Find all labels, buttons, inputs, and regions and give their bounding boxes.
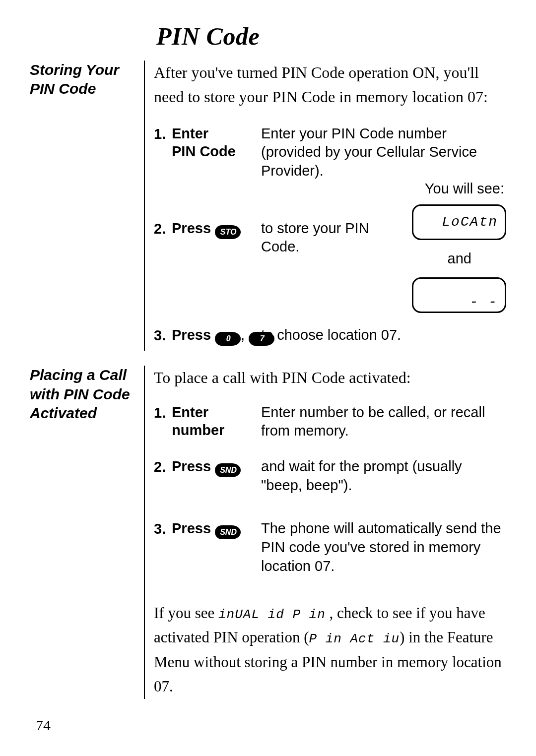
step-action: Enter PIN Code (172, 125, 261, 161)
youwillsee-label: You will see: (397, 179, 506, 198)
lcd-text-invalid: inUAL id P in (218, 607, 326, 622)
section1-body: After you've turned PIN Code operation O… (144, 61, 506, 351)
action-bold: Press (172, 327, 211, 343)
comma: , (241, 327, 245, 343)
step-number: 1. (154, 125, 172, 144)
step-action: Press SND (172, 457, 261, 477)
sto-key-icon: STO (215, 225, 241, 239)
side-heading-col: Placing a Call with PIN Code Activated (30, 366, 144, 423)
section-placing-call: Placing a Call with PIN Code Activated T… (30, 366, 506, 699)
page-title: PIN Code (156, 20, 506, 54)
page-number: 74 (36, 715, 51, 736)
section2-body: To place a call with PIN Code activated:… (144, 366, 506, 699)
step-row: 2. Press SND and wait for the prompt (us… (154, 457, 506, 495)
action-bold: PIN Code (172, 143, 236, 159)
step-action: Press STO (172, 219, 261, 239)
step-row: 1. Enter PIN Code Enter your PIN Code nu… (154, 125, 506, 181)
step-row: 3. Press SND The phone will automaticall… (154, 519, 506, 575)
action-bold: Press (172, 520, 211, 536)
action-bold: Enter (172, 404, 208, 420)
section-storing-pin: Storing Your PIN Code After you've turne… (30, 61, 506, 351)
snd-key-icon: SND (215, 525, 241, 539)
section2-intro: To place a call with PIN Code activated: (154, 366, 506, 390)
step-row: 3. Press 0, 7 to choose location 07. (154, 326, 506, 346)
step-action: Press SND (172, 519, 261, 539)
manual-page: PIN Code Storing Your PIN Code After you… (0, 0, 536, 756)
step-number: 2. (154, 457, 172, 477)
side-heading-storing: Storing Your PIN Code (30, 61, 135, 99)
step-desc: Enter number to be called, or recall fro… (261, 403, 506, 441)
step-number: 3. (154, 519, 172, 539)
action-bold: Press (172, 458, 211, 474)
step-action: Enter number (172, 403, 261, 440)
section1-intro: After you've turned PIN Code operation O… (154, 61, 506, 110)
seven-key-icon: 7 (249, 332, 274, 346)
step-desc: to choose location 07. (261, 326, 506, 345)
step-number: 1. (154, 403, 172, 423)
invalid-pin-note: If you see inUAL id P in , check to see … (154, 601, 506, 699)
snd-key-icon: SND (215, 463, 241, 477)
step-number: 3. (154, 326, 172, 345)
action-bold: Press (172, 220, 211, 236)
lcd-display-2: - - (412, 277, 506, 313)
note-text: If you see (154, 604, 218, 622)
step-row: 2. Press STO to store your PIN Code. (154, 219, 506, 256)
side-heading-col: Storing Your PIN Code (30, 61, 144, 99)
lcd-text-pinactiv: P in Act iu (309, 631, 400, 646)
step-number: 2. (154, 219, 172, 239)
section1-steps: You will see: LoCAtn and - - 1. Enter PI… (154, 125, 506, 346)
zero-key-icon: 0 (215, 332, 241, 346)
step-row: 1. Enter number Enter number to be calle… (154, 403, 506, 441)
action-bold: number (172, 422, 224, 438)
step-desc: and wait for the prompt (usually "beep, … (261, 457, 506, 495)
side-heading-placing: Placing a Call with PIN Code Activated (30, 366, 135, 423)
step-desc: to store your PIN Code. (261, 219, 415, 256)
action-bold: Enter (172, 126, 208, 141)
step-desc: The phone will automatically send the PI… (261, 519, 506, 575)
lcd-text-dashes: - - (470, 293, 498, 312)
step-desc: Enter your PIN Code number (provided by … (261, 125, 506, 181)
